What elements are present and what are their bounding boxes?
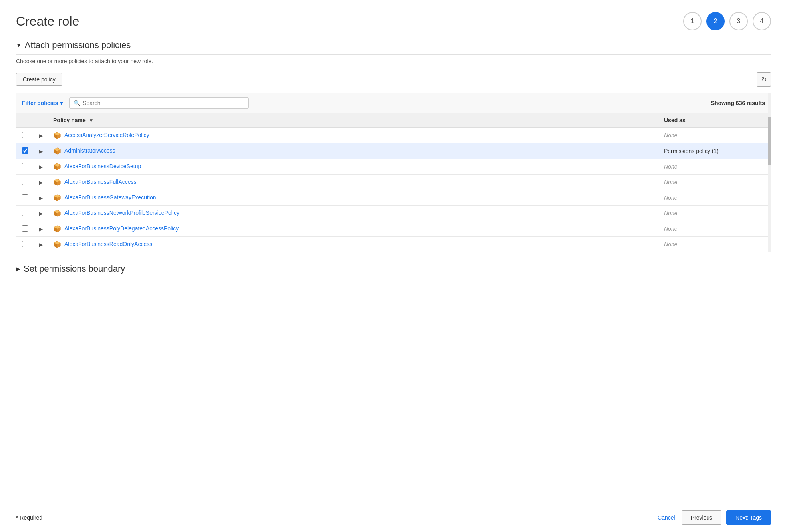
- table-wrapper: Filter policies ▾ 🔍 Showing 636 results …: [16, 93, 771, 252]
- search-icon: 🔍: [74, 100, 80, 106]
- policy-name-link[interactable]: AlexaForBusinessFullAccess: [64, 179, 137, 185]
- policy-name-link[interactable]: AlexaForBusinessGatewayExecution: [64, 194, 156, 200]
- step-4[interactable]: 4: [753, 12, 771, 30]
- table-header-row: Policy name ▼ Used as: [16, 113, 771, 128]
- row-expand-cell: ▶: [34, 143, 48, 159]
- policy-name-link[interactable]: AlexaForBusinessNetworkProfileServicePol…: [64, 210, 179, 216]
- row-name-cell: AdministratorAccess: [48, 143, 659, 159]
- row-expand-button[interactable]: ▶: [39, 226, 43, 232]
- row-usedas-cell: Permissions policy (1): [659, 143, 771, 159]
- policy-cube-icon: [53, 131, 61, 139]
- policy-cube-icon: [53, 209, 61, 217]
- table-row: ▶ AlexaForBusinessReadOnlyAccessNone: [16, 237, 771, 252]
- row-expand-button[interactable]: ▶: [39, 180, 43, 185]
- previous-button[interactable]: Previous: [682, 510, 721, 525]
- row-checkbox[interactable]: [22, 147, 28, 154]
- row-name-cell: AlexaForBusinessFullAccess: [48, 175, 659, 190]
- row-usedas-cell: None: [659, 206, 771, 221]
- attach-permissions-title: Attach permissions policies: [25, 40, 131, 50]
- policy-name-link[interactable]: AccessAnalyzerServiceRolePolicy: [64, 132, 149, 138]
- row-expand-button[interactable]: ▶: [39, 211, 43, 216]
- policy-cube-icon: [53, 194, 61, 202]
- row-usedas-cell: None: [659, 128, 771, 143]
- page-wrapper: Create role 1 2 3 4 ▼ Attach permissions…: [0, 0, 787, 532]
- filter-policies-button[interactable]: Filter policies ▾: [22, 100, 63, 106]
- row-checkbox-cell: [16, 190, 34, 206]
- row-expand-cell: ▶: [34, 206, 48, 221]
- row-name-cell: AlexaForBusinessGatewayExecution: [48, 190, 659, 206]
- row-name-cell: AlexaForBusinessNetworkProfileServicePol…: [48, 206, 659, 221]
- boundary-collapse-icon[interactable]: ▶: [16, 266, 20, 272]
- row-checkbox-cell: [16, 206, 34, 221]
- row-checkbox[interactable]: [22, 163, 28, 169]
- row-expand-cell: ▶: [34, 128, 48, 143]
- row-checkbox-cell: [16, 175, 34, 190]
- row-expand-button[interactable]: ▶: [39, 164, 43, 170]
- row-expand-button[interactable]: ▶: [39, 242, 43, 248]
- refresh-icon: ↻: [761, 76, 767, 83]
- scrollbar-track: [768, 93, 771, 252]
- row-checkbox[interactable]: [22, 194, 28, 200]
- step-2[interactable]: 2: [706, 12, 725, 30]
- row-expand-cell: ▶: [34, 159, 48, 175]
- row-name-cell: AccessAnalyzerServiceRolePolicy: [48, 128, 659, 143]
- col-header-expand: [34, 113, 48, 128]
- row-expand-button[interactable]: ▶: [39, 195, 43, 201]
- row-name-cell: AlexaForBusinessDeviceSetup: [48, 159, 659, 175]
- section-description: Choose one or more policies to attach to…: [16, 58, 771, 64]
- step-1[interactable]: 1: [683, 12, 702, 30]
- footer-actions: Cancel Previous Next: Tags: [656, 510, 771, 525]
- col-header-usedas: Used as: [659, 113, 771, 128]
- attach-permissions-header: ▼ Attach permissions policies: [16, 40, 771, 55]
- row-expand-button[interactable]: ▶: [39, 149, 43, 154]
- search-input[interactable]: [83, 100, 244, 106]
- row-expand-cell: ▶: [34, 237, 48, 252]
- table-row: ▶ AdministratorAccessPermissions policy …: [16, 143, 771, 159]
- row-name-cell: AlexaForBusinessPolyDelegatedAccessPolic…: [48, 221, 659, 237]
- policy-name-link[interactable]: AlexaForBusinessReadOnlyAccess: [64, 241, 152, 247]
- search-container: 🔍: [69, 97, 249, 109]
- table-row: ▶ AccessAnalyzerServiceRolePolicyNone: [16, 128, 771, 143]
- page-header: Create role 1 2 3 4: [16, 12, 771, 30]
- row-expand-button[interactable]: ▶: [39, 133, 43, 139]
- policy-name-link[interactable]: AdministratorAccess: [64, 147, 115, 154]
- row-checkbox[interactable]: [22, 132, 28, 138]
- policy-name-link[interactable]: AlexaForBusinessPolyDelegatedAccessPolic…: [64, 225, 179, 232]
- row-usedas-cell: None: [659, 175, 771, 190]
- row-usedas-cell: None: [659, 159, 771, 175]
- row-expand-cell: ▶: [34, 175, 48, 190]
- boundary-section-title: Set permissions boundary: [24, 264, 125, 274]
- step-indicators: 1 2 3 4: [683, 12, 771, 30]
- policy-cube-icon: [53, 178, 61, 186]
- step-3[interactable]: 3: [729, 12, 748, 30]
- cancel-button[interactable]: Cancel: [656, 511, 677, 524]
- policy-cube-icon: [53, 147, 61, 155]
- row-checkbox[interactable]: [22, 225, 28, 232]
- row-checkbox[interactable]: [22, 241, 28, 247]
- row-usedas-cell: None: [659, 190, 771, 206]
- next-button[interactable]: Next: Tags: [726, 510, 771, 525]
- row-checkbox-cell: [16, 143, 34, 159]
- filter-chevron-icon: ▾: [60, 100, 63, 106]
- col-header-name[interactable]: Policy name ▼: [48, 113, 659, 128]
- filter-bar: Filter policies ▾ 🔍 Showing 636 results: [16, 93, 771, 113]
- row-name-cell: AlexaForBusinessReadOnlyAccess: [48, 237, 659, 252]
- table-row: ▶ AlexaForBusinessFullAccessNone: [16, 175, 771, 190]
- table-row: ▶ AlexaForBusinessDeviceSetupNone: [16, 159, 771, 175]
- policies-table: Policy name ▼ Used as ▶ AccessAnalyzerSe…: [16, 113, 771, 252]
- scrollbar-thumb[interactable]: [768, 117, 771, 165]
- row-checkbox[interactable]: [22, 210, 28, 216]
- row-expand-cell: ▶: [34, 221, 48, 237]
- table-row: ▶ AlexaForBusinessPolyDelegatedAccessPol…: [16, 221, 771, 237]
- results-count: Showing 636 results: [711, 100, 765, 106]
- row-checkbox-cell: [16, 159, 34, 175]
- create-policy-button[interactable]: Create policy: [16, 73, 62, 86]
- refresh-button[interactable]: ↻: [757, 72, 771, 87]
- policy-name-link[interactable]: AlexaForBusinessDeviceSetup: [64, 163, 141, 169]
- row-usedas-cell: None: [659, 237, 771, 252]
- table-row: ▶ AlexaForBusinessGatewayExecutionNone: [16, 190, 771, 206]
- row-checkbox[interactable]: [22, 179, 28, 185]
- collapse-icon[interactable]: ▼: [16, 42, 22, 48]
- page-title: Create role: [16, 14, 79, 29]
- row-checkbox-cell: [16, 128, 34, 143]
